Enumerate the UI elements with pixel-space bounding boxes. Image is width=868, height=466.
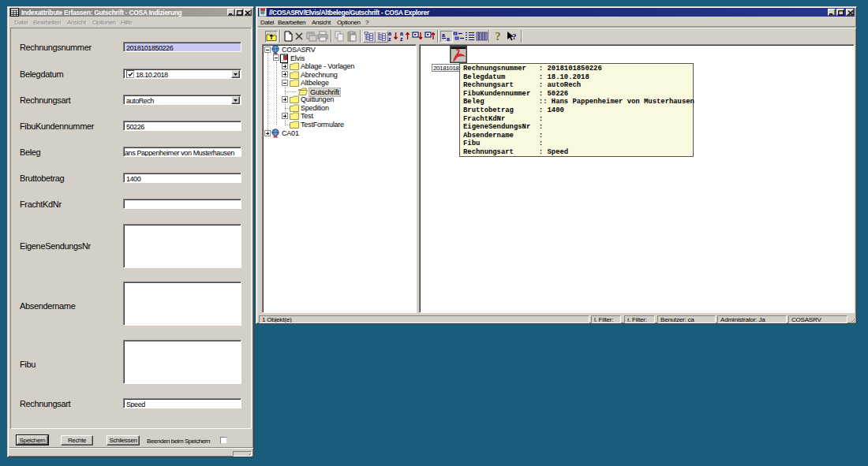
svg-text:a: a — [388, 31, 391, 36]
svg-text:?: ? — [512, 32, 517, 41]
svg-text:a: a — [447, 36, 450, 42]
svg-text:z: z — [400, 36, 403, 42]
svg-text:a: a — [442, 32, 445, 38]
svg-text:?: ? — [496, 31, 501, 42]
svg-text:z: z — [388, 36, 391, 42]
svg-text:a: a — [400, 31, 403, 36]
